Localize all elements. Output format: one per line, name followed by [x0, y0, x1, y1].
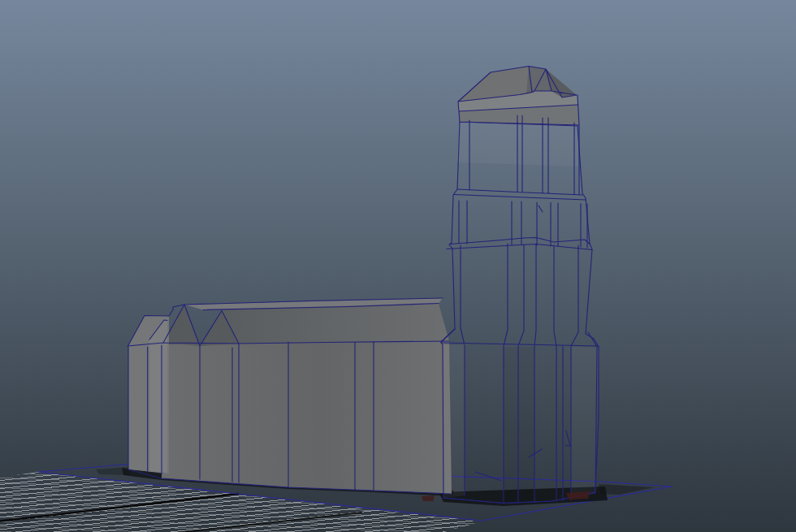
axis-line-secondary [169, 513, 361, 532]
tower-center-pilaster-dark [504, 347, 534, 503]
axis-lines [0, 494, 361, 532]
nave-south-wall [162, 341, 452, 494]
west-end-shadow [96, 467, 130, 475]
tower-right-buttress-light [571, 347, 599, 500]
tower-top-light [457, 122, 579, 167]
viewport-3d[interactable] [0, 0, 796, 532]
tower-left-buttress-light [443, 345, 465, 498]
scene-svg [0, 0, 796, 532]
church-nave[interactable] [128, 298, 452, 494]
bell-tower[interactable] [422, 67, 599, 504]
nave-door-mark [422, 495, 435, 501]
axis-line-main [0, 494, 238, 521]
tower-side-shadow [599, 484, 655, 495]
